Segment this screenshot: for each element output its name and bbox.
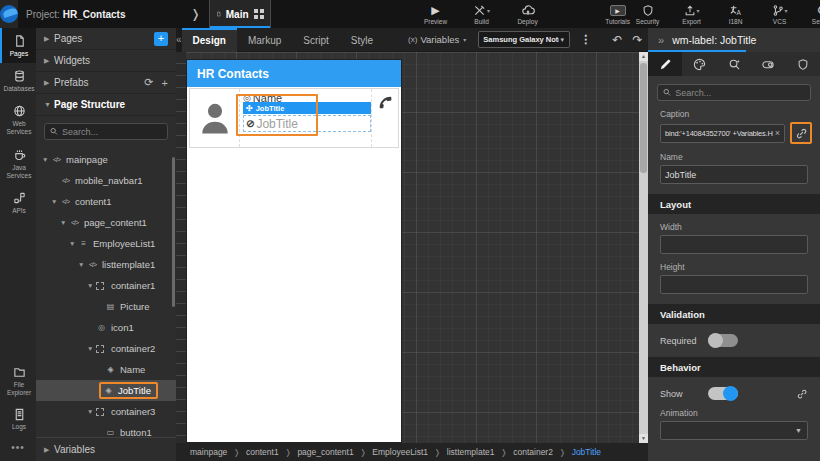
rail-item-logs[interactable]: Logs — [0, 402, 36, 436]
bind-property-button[interactable] — [790, 122, 812, 144]
rail-item-web-services[interactable]: Web Services — [0, 98, 36, 141]
scroll-up-icon[interactable]: ▲ — [639, 52, 648, 61]
properties-search-input[interactable] — [675, 88, 805, 98]
bind-show-button[interactable] — [796, 388, 808, 400]
canvas-scrollbar[interactable]: ▲ ▼ — [639, 52, 648, 443]
phone-preview[interactable]: HR Contacts ◎ Name ✣ JobTitle — [187, 60, 401, 442]
caption-field[interactable]: × — [660, 124, 785, 143]
page-tab-main[interactable]: Main — [209, 0, 271, 28]
app-logo[interactable] — [0, 0, 18, 28]
required-toggle[interactable] — [708, 334, 738, 347]
caption-input[interactable] — [665, 129, 773, 138]
rail-item-file-explorer[interactable]: File Explorer — [0, 360, 36, 402]
tab-script[interactable]: Script — [292, 28, 340, 52]
preview-button[interactable]: ▶ Preview — [421, 4, 451, 25]
scroll-down-icon[interactable]: ▼ — [639, 434, 648, 443]
tree-item-name[interactable]: ◈Name — [36, 359, 176, 380]
settings-button[interactable]: ⚙▾ Settings — [809, 4, 820, 25]
device-selector[interactable]: Samsung Galaxy Note III ▼ — [478, 31, 570, 48]
kebab-menu-icon[interactable]: ⋮ — [580, 33, 591, 46]
tree-item-container2[interactable]: ▼container2 — [36, 338, 176, 359]
picture-widget[interactable] — [190, 89, 240, 147]
tree-item-listtemplate1[interactable]: ▼</>listtemplate1 — [36, 254, 176, 275]
height-input[interactable] — [665, 280, 803, 290]
tree-item-icon1[interactable]: ◎icon1 — [36, 317, 176, 338]
tree-item-content1[interactable]: ▼</>content1 — [36, 191, 176, 212]
breadcrumb-content1[interactable]: content1 — [246, 447, 279, 457]
tab-advanced-search[interactable] — [717, 52, 751, 76]
i18n-button[interactable]: A I18N — [721, 4, 751, 25]
structure-search-input[interactable] — [62, 127, 162, 137]
rail-item-databases[interactable]: Databases — [0, 63, 36, 98]
structure-search[interactable] — [44, 123, 168, 140]
tab-device[interactable] — [751, 52, 785, 76]
undo-button[interactable]: ↶ — [612, 33, 622, 47]
add-page-button[interactable]: + — [154, 32, 168, 46]
mobile-navbar[interactable]: HR Contacts — [187, 60, 401, 87]
tree-item-mobile-navbar1[interactable]: </>mobile_navbar1 — [36, 170, 176, 191]
width-input[interactable] — [665, 240, 803, 250]
name-field[interactable] — [660, 165, 808, 184]
properties-search[interactable] — [657, 84, 811, 101]
tree-item-jobtitle[interactable]: ◈JobTitle — [36, 380, 176, 401]
chevron-right-icon[interactable]: ❭ — [190, 7, 200, 21]
tree-item-mainpage[interactable]: ▼</>mainpage — [36, 149, 176, 170]
canvas-column: « Design Markup Script Style (x) Variabl… — [176, 28, 648, 461]
tree-item-page-content1[interactable]: ▼</>page_content1 — [36, 212, 176, 233]
button1-widget[interactable] — [372, 89, 398, 147]
breadcrumb-page-content1[interactable]: page_content1 — [297, 447, 353, 457]
variables-dropdown[interactable]: (x) Variables ▾ — [408, 34, 466, 45]
clear-icon[interactable]: × — [773, 128, 780, 138]
tab-design[interactable]: Design — [182, 28, 237, 52]
security-button[interactable]: Security — [633, 4, 663, 25]
breadcrumb-listtemplate1[interactable]: listtemplate1 — [447, 447, 495, 457]
tab-styles[interactable] — [682, 52, 716, 76]
height-field[interactable] — [660, 275, 808, 294]
tree-item-button1[interactable]: ▭button1 — [36, 422, 176, 437]
breadcrumb-mainpage[interactable]: mainpage — [190, 447, 227, 457]
rail-item-java-services[interactable]: Java Services — [0, 142, 36, 185]
rail-item-apis[interactable]: APIs — [0, 185, 36, 220]
show-toggle[interactable] — [708, 387, 738, 400]
build-button[interactable]: ▾ Build — [467, 4, 497, 25]
scrollbar-thumb[interactable] — [640, 63, 647, 173]
width-field[interactable] — [660, 235, 808, 254]
rail-item-pages[interactable]: Pages — [0, 28, 36, 63]
tutorials-button[interactable]: ▶ Tutorials — [603, 4, 633, 25]
grid-icon[interactable] — [254, 9, 264, 19]
tab-security[interactable] — [786, 52, 820, 76]
widget-selection-bar[interactable]: ✣ JobTitle — [243, 102, 371, 114]
design-canvas[interactable]: HR Contacts ◎ Name ✣ JobTitle — [176, 52, 648, 443]
vertical-ruler — [176, 52, 186, 443]
more-options-icon[interactable]: ••• — [0, 436, 36, 461]
tree-scrollbar[interactable] — [172, 157, 175, 307]
section-page-structure[interactable]: ▼ Page Structure — [36, 94, 176, 116]
build-tools-icon: ▾ — [473, 4, 490, 17]
vcs-button[interactable]: ▾ VCS — [765, 4, 795, 25]
tree-item-container1[interactable]: ▼container1 — [36, 275, 176, 296]
add-prefab-button[interactable]: + — [162, 77, 168, 89]
tab-properties[interactable] — [648, 52, 682, 76]
tree-item-container3[interactable]: ▼container3 — [36, 401, 176, 422]
deploy-button[interactable]: Deploy — [513, 4, 543, 25]
section-variables[interactable]: ▶ Variables — [36, 437, 176, 461]
tab-markup[interactable]: Markup — [237, 28, 292, 52]
tree-item-picture[interactable]: ▤Picture — [36, 296, 176, 317]
list-item-template[interactable]: ◎ Name ✣ JobTitle ⊘ JobTitle — [189, 88, 399, 148]
tab-style[interactable]: Style — [340, 28, 384, 52]
collapse-right-icon[interactable]: » — [658, 34, 664, 46]
animation-select[interactable]: ▼ — [660, 421, 808, 440]
breadcrumb-employeelist1[interactable]: EmployeeList1 — [372, 447, 428, 457]
redo-button[interactable]: ↷ — [632, 33, 642, 47]
section-pages[interactable]: ▶ Pages + — [36, 28, 176, 50]
breadcrumb-jobtitle[interactable]: JobTitle — [572, 447, 601, 457]
section-widgets[interactable]: ▶ Widgets — [36, 50, 176, 72]
section-prefabs[interactable]: ▶ Prefabs ⟳ + — [36, 72, 176, 94]
tree-item-employeelist1[interactable]: ▼≡EmployeeList1 — [36, 233, 176, 254]
export-button[interactable]: ▾ Export — [677, 4, 707, 25]
name-input[interactable] — [665, 170, 803, 180]
refresh-icon[interactable]: ⟳ — [144, 76, 153, 89]
breadcrumb-container2[interactable]: container2 — [513, 447, 553, 457]
jobtitle-widget[interactable]: ⊘ JobTitle — [243, 115, 371, 132]
container2-region[interactable]: ◎ Name ✣ JobTitle ⊘ JobTitle — [240, 89, 372, 147]
